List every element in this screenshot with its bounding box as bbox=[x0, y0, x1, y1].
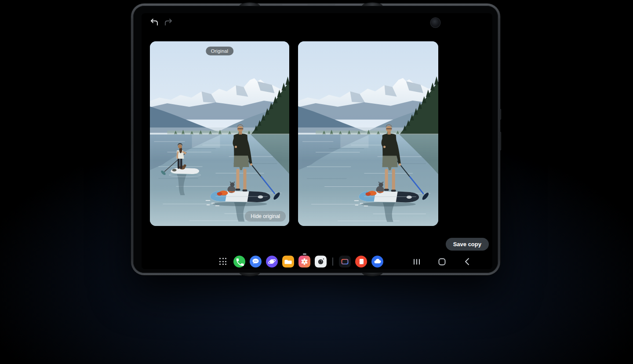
redo-button[interactable] bbox=[164, 17, 174, 27]
promo-background: Original Hide original Save copy bbox=[0, 0, 633, 364]
notes-app[interactable] bbox=[355, 256, 367, 268]
cloud-icon bbox=[371, 256, 383, 268]
app-drawer-button[interactable] bbox=[217, 256, 229, 268]
notepad-icon bbox=[355, 256, 367, 268]
folder-icon bbox=[282, 256, 294, 268]
tv-app[interactable] bbox=[339, 256, 351, 268]
flower-icon bbox=[298, 256, 310, 268]
tv-screen-icon bbox=[339, 256, 351, 268]
recents-button[interactable] bbox=[412, 257, 421, 266]
gallery-app[interactable] bbox=[298, 256, 310, 268]
back-chevron-icon bbox=[464, 258, 469, 266]
home-button[interactable] bbox=[437, 257, 446, 266]
camera-app[interactable] bbox=[315, 256, 327, 268]
messages-app[interactable] bbox=[250, 256, 262, 268]
history-controls bbox=[149, 17, 174, 27]
undo-button[interactable] bbox=[149, 17, 159, 27]
lake-scene-paddleboarder-removed bbox=[298, 41, 438, 226]
planet-globe-icon bbox=[266, 256, 278, 268]
original-badge: Original bbox=[206, 47, 234, 55]
power-button bbox=[499, 109, 501, 120]
save-copy-button[interactable]: Save copy bbox=[446, 238, 489, 251]
hide-original-button[interactable]: Hide original bbox=[245, 211, 286, 222]
device-screen: Original Hide original Save copy bbox=[142, 13, 492, 269]
taskbar bbox=[142, 254, 492, 269]
undo-arrow-icon bbox=[149, 18, 159, 26]
lake-scene-with-two-paddleboarders bbox=[150, 41, 289, 226]
back-button[interactable] bbox=[462, 257, 471, 266]
app-grid-icon bbox=[219, 258, 227, 266]
volume-button bbox=[499, 132, 501, 150]
cloud-app[interactable] bbox=[371, 256, 383, 268]
recents-icon bbox=[414, 259, 420, 265]
running-app-indicator bbox=[303, 254, 306, 255]
antenna-line bbox=[335, 4, 360, 5]
my-files-app[interactable] bbox=[282, 256, 294, 268]
foldable-device: Original Hide original Save copy bbox=[131, 4, 500, 275]
before-after-comparison: Original Hide original bbox=[150, 41, 438, 226]
camera-lens-icon bbox=[315, 256, 327, 268]
phone-icon bbox=[233, 256, 245, 268]
antenna-line bbox=[282, 4, 308, 5]
redo-arrow-icon bbox=[164, 18, 174, 26]
dock-separator bbox=[332, 258, 333, 266]
chat-bubble-icon bbox=[250, 256, 262, 268]
original-photo[interactable]: Original Hide original bbox=[150, 41, 289, 226]
phone-app[interactable] bbox=[233, 256, 245, 268]
dock bbox=[217, 256, 383, 268]
front-camera bbox=[431, 18, 440, 27]
internet-app[interactable] bbox=[266, 256, 278, 268]
home-icon bbox=[438, 258, 446, 266]
navigation-bar bbox=[412, 257, 471, 266]
edited-photo[interactable] bbox=[298, 41, 438, 226]
